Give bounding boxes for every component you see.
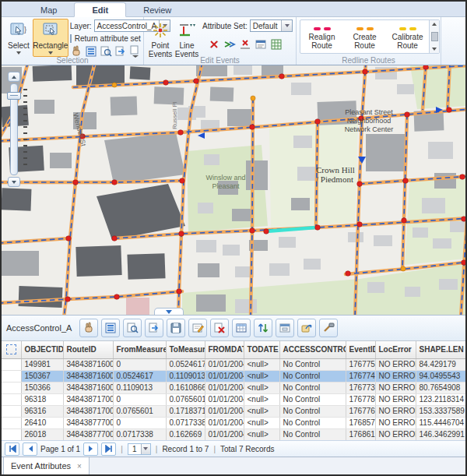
table-tools-icon[interactable] (319, 319, 338, 337)
zoom-slider-ticks (23, 89, 27, 170)
export-records-icon[interactable] (297, 319, 316, 337)
table-row[interactable]: 264103484387770000.071733801/01/2004<nul… (2, 417, 465, 428)
column-header-eventid[interactable]: EventID (346, 341, 375, 358)
event-form-icon[interactable] (254, 37, 267, 51)
attribute-set-dropdown-caret[interactable] (281, 20, 292, 31)
select-button[interactable]: } Select (5, 19, 33, 57)
scrollbar-thumb[interactable] (431, 32, 438, 41)
rectangle-select-icon (41, 21, 60, 41)
tab-edit[interactable]: Edit (74, 2, 126, 17)
event-attributes-tab[interactable]: Event Attributes × (3, 457, 90, 475)
cell: NO ERROR (375, 393, 416, 405)
cell: 176775 (346, 358, 375, 370)
row-selector[interactable] (2, 370, 21, 382)
column-header-shape.len[interactable]: SHAPE.LEN (416, 341, 465, 358)
poi-label: Network Center (345, 125, 394, 133)
cell: 34843871600 (63, 358, 113, 370)
delete-event-icon[interactable] (238, 37, 251, 51)
rectangle-select-button[interactable]: Rectangle (33, 19, 68, 57)
next-page-button[interactable] (83, 443, 98, 456)
column-header-frommeasure[interactable]: FromMeasure (113, 341, 166, 358)
cell: 01/01/2004 (205, 417, 244, 428)
cell: NO ERROR (375, 428, 416, 440)
column-header-tomeasure[interactable]: ToMeasure (166, 341, 205, 358)
calibrate-route-button[interactable]: CalibrateRoute (386, 20, 429, 53)
scroll-up-icon[interactable] (430, 20, 439, 28)
select-map-icon: } (9, 21, 28, 41)
rectangle-dropdown-caret[interactable] (48, 51, 53, 55)
page-select-caret[interactable] (141, 444, 150, 454)
redline-gallery: RealignRoute CreateRoute CalibrateRoute (300, 19, 440, 54)
edit-events-mini-toolbar (207, 37, 293, 51)
column-header-fromdate[interactable]: FROMDATE (205, 341, 244, 358)
realign-route-button[interactable]: RealignRoute (300, 20, 343, 53)
show-table-icon[interactable] (232, 319, 251, 337)
row-selector[interactable] (2, 428, 21, 440)
tab-map[interactable]: Map (23, 3, 74, 16)
bottom-tab-bar: Event Attributes × (2, 457, 465, 475)
column-header-accesscontrol[interactable]: ACCESSCONTROL (279, 341, 346, 358)
table-row[interactable]: 150366348438716000.11090130.161086601/01… (2, 382, 465, 393)
row-selector[interactable] (2, 417, 21, 428)
map-zoom-slider[interactable] (6, 72, 33, 189)
row-selector[interactable] (2, 382, 21, 393)
zoom-slider-handle[interactable] (7, 92, 21, 100)
table-row[interactable]: 963183484387170000.076560101/01/2004<nul… (2, 393, 465, 405)
column-header-routeid[interactable]: RouteID (63, 341, 113, 358)
page-number-select[interactable]: 1 (128, 443, 151, 455)
cell: NO ERROR (375, 417, 416, 428)
return-attribute-set-row: Return attribute set (70, 33, 142, 44)
last-page-button[interactable] (101, 443, 116, 456)
collapse-attribute-panel-tab[interactable] (154, 308, 184, 315)
zoom-out-button[interactable] (8, 177, 20, 187)
map-view[interactable]: Wendell St Russell Pl Pleasant Street Ne… (2, 65, 465, 315)
select-dropdown-caret[interactable] (16, 51, 21, 55)
attribute-table-container[interactable]: OBJECTIDRouteIDFromMeasureToMeasureFROMD… (2, 340, 465, 440)
map-canvas[interactable]: Wendell St Russell Pl Pleasant Street Ne… (2, 65, 465, 315)
edit-attributes-icon[interactable] (188, 319, 207, 337)
close-tab-icon[interactable]: × (77, 462, 82, 471)
cell: 0.1109013 (113, 382, 166, 393)
save-edits-icon[interactable] (167, 319, 185, 337)
cell: 176776 (346, 405, 375, 417)
line-events-button[interactable]: LineEvents (174, 19, 200, 61)
attribute-set-dropdown[interactable]: Default (250, 19, 293, 32)
selected-records-list-icon[interactable] (101, 319, 120, 337)
column-header-objectid[interactable]: OBJECTID (21, 341, 63, 358)
delete-selected-icon[interactable] (210, 319, 229, 337)
split-event-icon[interactable] (207, 37, 220, 51)
redline-gallery-scrollbar[interactable] (429, 20, 439, 53)
table-row[interactable]: 150367348438716000.05246170.110901301/01… (2, 370, 465, 382)
row-selector[interactable] (2, 405, 21, 417)
previous-page-button[interactable] (23, 443, 37, 456)
create-route-button[interactable]: CreateRoute (343, 20, 386, 53)
cell: 0 (113, 393, 166, 405)
table-row[interactable]: 26018348438777000.07173380.16266901/01/2… (2, 428, 465, 440)
line-events-icon (177, 21, 196, 41)
merge-events-icon[interactable] (223, 37, 236, 51)
cell: <null> (244, 428, 279, 440)
zoom-to-selected-icon[interactable] (123, 319, 142, 337)
select-all-header[interactable] (2, 341, 21, 358)
column-header-locerror[interactable]: LocError (375, 341, 416, 358)
cell: NO ERROR (375, 405, 416, 417)
clear-selection-icon[interactable] (79, 319, 98, 337)
first-page-button[interactable] (5, 443, 19, 456)
return-attribute-set-checkbox[interactable] (70, 34, 72, 43)
row-selector[interactable] (2, 393, 21, 405)
point-events-button[interactable]: PointEvents (147, 19, 174, 61)
pan-to-selected-icon[interactable] (145, 319, 163, 337)
zoom-in-button[interactable] (8, 72, 20, 82)
cell: 150366 (21, 382, 63, 393)
sort-records-icon[interactable] (254, 319, 272, 337)
table-row[interactable]: 96316348438717000.07656010.171837101/01/… (2, 405, 465, 417)
cell: 26018 (21, 428, 63, 440)
table-row[interactable]: 1499813484387160000.052461701/01/2004<nu… (2, 358, 465, 370)
attribute-layer-name: AccessControl_A (6, 323, 72, 333)
column-header-todate[interactable]: TODATE (244, 341, 279, 358)
scroll-down-icon[interactable] (430, 45, 439, 53)
tab-review[interactable]: Review (126, 3, 188, 16)
row-selector[interactable] (2, 358, 21, 370)
attribute-grid-icon[interactable] (269, 37, 283, 51)
open-window-icon[interactable] (276, 319, 294, 337)
